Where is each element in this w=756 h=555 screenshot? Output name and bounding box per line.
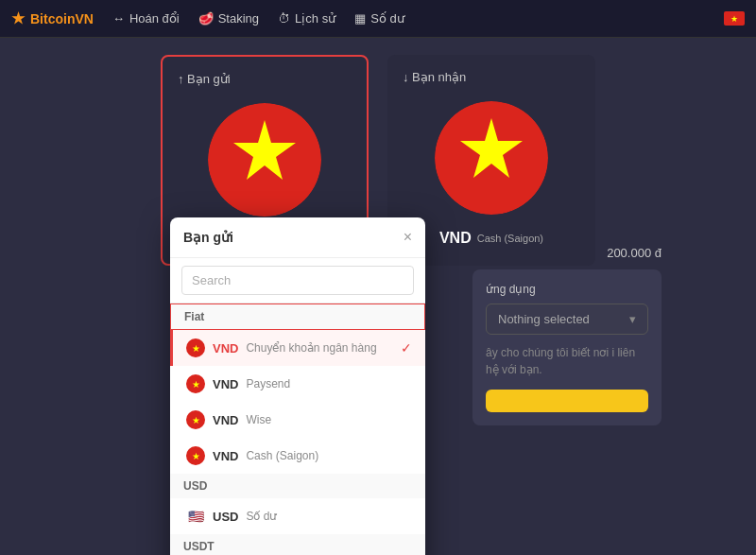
chevron-down-icon: ▾ [629, 312, 636, 326]
list-item[interactable]: ★ VND Paysend [170, 366, 425, 402]
main-area: ↑ Bạn gửi VND Chuyển khoản ngân hàng ↓ B… [0, 38, 756, 555]
search-input[interactable] [181, 266, 414, 295]
submit-button[interactable] [486, 390, 648, 412]
nav-staking-label: Staking [218, 11, 259, 26]
logo-star: ★ [11, 9, 25, 27]
logo: ★ BitcoinVN [11, 9, 94, 27]
item-desc: Cash (Saigon) [246, 449, 412, 462]
list-item[interactable]: ★ VND Chuyển khoản ngân hàng ✓ [170, 330, 425, 366]
item-currency-code: VND [213, 413, 238, 427]
list-item[interactable]: ★ VND Wise [170, 402, 425, 438]
receive-currency-code: VND [439, 230, 472, 247]
list-item[interactable]: ★ VND Cash (Saigon) [170, 438, 425, 474]
history-icon: ⏱ [278, 11, 290, 26]
currency-dropdown-modal: Bạn gửi × Fiat ★ VND Chuyển khoản ngân h… [170, 217, 425, 555]
nav-staking[interactable]: 🥩 Staking [198, 11, 259, 26]
amount-display: 200.000 đ [472, 246, 662, 260]
usdt-group-header: USDT [170, 534, 425, 555]
navbar: ★ BitcoinVN ↔ Hoán đổi 🥩 Staking ⏱ Lịch … [0, 0, 756, 38]
right-panel: 200.000 đ ứng dụng Nothing selected ▾ ây… [472, 246, 662, 425]
usd-group-header: USD [170, 474, 425, 498]
currency-list: Fiat ★ VND Chuyển khoản ngân hàng ✓ ★ VN… [170, 304, 425, 555]
list-item[interactable]: 🇺🇸 USD Số dư [170, 498, 425, 534]
item-desc: Paysend [246, 377, 412, 390]
language-flag[interactable] [724, 11, 745, 26]
logo-text: BitcoinVN [30, 11, 94, 26]
receive-options: ứng dụng Nothing selected ▾ ây cho chúng… [472, 269, 662, 425]
search-box [170, 258, 425, 304]
vn-flag-icon: ★ [186, 446, 205, 465]
item-currency-code: VND [213, 449, 238, 463]
receive-panel-title: ↓ Bạn nhận [403, 70, 466, 84]
vn-flag-icon: ★ [186, 338, 205, 357]
fiat-group-header: Fiat [170, 304, 425, 330]
nav-so-du[interactable]: ▦ Số dư [354, 11, 404, 26]
item-desc: Số dư [246, 510, 412, 523]
amount-value: 200.000 đ [607, 246, 662, 260]
staking-icon: 🥩 [198, 11, 214, 26]
modal-header: Bạn gửi × [170, 217, 425, 258]
modal-title: Bạn gửi [183, 230, 233, 245]
modal-close-button[interactable]: × [404, 229, 412, 246]
receive-subtitle: ứng dụng [486, 283, 648, 296]
hoan-doi-icon: ↔ [112, 11, 125, 26]
item-currency-code: VND [213, 377, 238, 391]
usd-flag-icon: 🇺🇸 [186, 507, 205, 526]
nav-hoan-doi-label: Hoán đổi [129, 11, 180, 26]
nothing-selected-button[interactable]: Nothing selected ▾ [486, 304, 648, 335]
nav-lich-su[interactable]: ⏱ Lịch sử [278, 11, 335, 26]
item-desc: Chuyển khoản ngân hàng [246, 341, 393, 355]
nothing-selected-label: Nothing selected [498, 312, 590, 326]
receive-flag [435, 101, 548, 215]
nav-so-du-label: Số dư [370, 11, 404, 26]
receive-currency-label: VND Cash (Saigon) [439, 230, 543, 247]
send-panel-title: ↑ Bạn gửi [178, 72, 231, 86]
nav-hoan-doi[interactable]: ↔ Hoán đổi [112, 11, 180, 26]
contact-text: ây cho chúng tôi biết nơi i liên hệ với … [486, 344, 648, 378]
vn-flag-icon: ★ [186, 410, 205, 429]
vn-flag-icon: ★ [186, 374, 205, 393]
nav-lich-su-label: Lịch sử [295, 11, 335, 26]
item-currency-code: USD [213, 510, 238, 524]
item-currency-code: VND [213, 341, 238, 356]
balance-icon: ▦ [354, 11, 366, 26]
item-desc: Wise [246, 413, 412, 426]
send-flag [208, 103, 321, 217]
check-icon: ✓ [401, 340, 412, 356]
receive-currency-desc: Cash (Saigon) [477, 233, 543, 244]
